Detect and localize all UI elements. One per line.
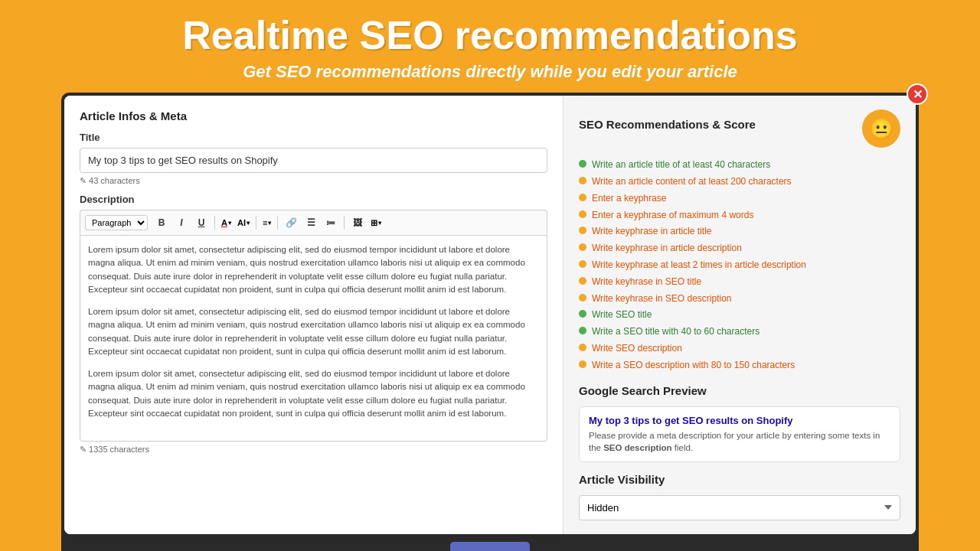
toolbar-sep-1 <box>214 216 215 230</box>
image-button[interactable]: 🖼 <box>348 214 367 232</box>
rec-text: Write an article title of at least 40 ch… <box>592 158 770 171</box>
table-dropdown[interactable]: ⊞ ▾ <box>368 217 384 230</box>
rec-dot <box>579 327 586 334</box>
seo-header: SEO Recommendations & Score 😐 <box>579 109 900 148</box>
rec-item: Write SEO title <box>579 308 900 321</box>
seo-title: SEO Recommendations & Score <box>579 118 756 131</box>
rec-item: Write keyphrase in article title <box>579 225 900 238</box>
editor-content[interactable]: Lorem ipsum dolor sit amet, consectetur … <box>80 235 547 442</box>
save-row: Save <box>64 542 916 551</box>
list-ol-button[interactable]: ≔ <box>322 214 340 232</box>
list-ul-button[interactable]: ☰ <box>302 214 320 232</box>
toolbar-sep-3 <box>277 216 278 230</box>
rec-text: Write keyphrase in article title <box>592 225 712 238</box>
description-label: Description <box>80 194 547 205</box>
title-label: Title <box>80 132 547 143</box>
close-button[interactable]: ✕ <box>906 83 928 105</box>
content-p1: Lorem ipsum dolor sit amet, consectetur … <box>88 243 539 296</box>
rec-text: Write keyphrase in article description <box>592 242 742 255</box>
preview-desc: Please provide a meta description for yo… <box>589 429 890 454</box>
toolbar-sep-4 <box>344 216 345 230</box>
rec-item: Write a SEO description with 80 to 150 c… <box>579 359 900 372</box>
article-infos-title: Article Infos & Meta <box>80 109 547 122</box>
paragraph-select[interactable]: Paragraph Heading 1 Heading 2 <box>85 215 148 230</box>
rec-item: Write a SEO title with 40 to 60 characte… <box>579 325 900 338</box>
main-title: Realtime SEO recommendations <box>31 14 949 57</box>
header: Realtime SEO recommendations Get SEO rec… <box>0 0 980 93</box>
content-p3: Lorem ipsum dolor sit amet, consectetur … <box>88 367 539 420</box>
rec-text: Write SEO description <box>592 342 682 355</box>
rec-item: Write an article content of at least 200… <box>579 175 900 188</box>
rec-dot <box>579 277 586 285</box>
align-dropdown[interactable]: ≡ ▾ <box>260 217 273 229</box>
rec-item: Enter a keyphrase <box>579 192 900 205</box>
visibility-section: Article Visibility Hidden Visible <box>579 473 900 520</box>
rec-dot <box>579 160 586 168</box>
main-subtitle: Get SEO recommendations directly while y… <box>31 62 949 82</box>
modal-wrapper: ✕ Article Infos & Meta Title 43 characte… <box>61 93 919 551</box>
rec-text: Enter a keyphrase of maximum 4 words <box>592 209 753 222</box>
rec-text: Write keyphrase at least 2 times in arti… <box>592 259 806 272</box>
text-color-dropdown[interactable]: A ▾ <box>219 217 234 229</box>
preview-link[interactable]: My top 3 tips to get SEO results on Shop… <box>589 415 890 426</box>
preview-desc-bold: SEO description <box>603 443 671 452</box>
rec-item: Enter a keyphrase of maximum 4 words <box>579 209 900 222</box>
right-panel: SEO Recommendations & Score 😐 Write an a… <box>564 96 916 534</box>
rec-dot <box>579 260 586 268</box>
toolbar-sep-2 <box>256 216 256 230</box>
rec-item: Write keyphrase in article description <box>579 242 900 255</box>
rec-item: Write SEO description <box>579 342 900 355</box>
visibility-title: Article Visibility <box>579 473 900 486</box>
rec-dot <box>579 243 586 251</box>
rec-dot <box>579 210 586 218</box>
rec-text: Write keyhrase in SEO title <box>592 276 701 289</box>
rec-dot <box>579 194 586 201</box>
rec-item: Write keyphrase at least 2 times in arti… <box>579 259 900 272</box>
preview-desc-after: field. <box>672 443 694 452</box>
rec-text: Write an article content of at least 200… <box>592 175 792 188</box>
seo-face-emoji: 😐 <box>862 109 900 148</box>
rec-item: Write an article title of at least 40 ch… <box>579 158 900 171</box>
rec-dot <box>579 294 586 302</box>
title-char-count: 43 characters <box>80 176 547 186</box>
title-input[interactable] <box>80 148 547 173</box>
rec-dot <box>579 177 586 184</box>
rec-text: Write a SEO description with 80 to 150 c… <box>592 359 795 372</box>
content-p2: Lorem ipsum dolor sit amet, consectetur … <box>88 305 539 358</box>
rec-text: Write a SEO title with 40 to 60 characte… <box>592 325 760 338</box>
google-preview-section: Google Search Preview My top 3 tips to g… <box>579 384 900 462</box>
google-preview-title: Google Search Preview <box>579 384 900 397</box>
left-panel: Article Infos & Meta Title 43 characters… <box>64 96 564 534</box>
rec-item: Write keyhrase in SEO title <box>579 276 900 289</box>
editor-toolbar: Paragraph Heading 1 Heading 2 B I U A ▾ … <box>80 210 547 235</box>
rec-dot <box>579 227 586 234</box>
link-button[interactable]: 🔗 <box>282 214 300 232</box>
underline-button[interactable]: U <box>192 214 211 232</box>
visibility-select[interactable]: Hidden Visible <box>579 495 900 520</box>
rec-text: Enter a keyphrase <box>592 192 666 205</box>
ai-dropdown[interactable]: AI ▾ <box>235 217 252 229</box>
rec-text: Write SEO title <box>592 308 652 321</box>
save-button[interactable]: Save <box>450 542 531 551</box>
rec-dot <box>579 310 586 318</box>
preview-box: My top 3 tips to get SEO results on Shop… <box>579 406 900 462</box>
bold-button[interactable]: B <box>152 214 171 232</box>
rec-dot <box>579 344 586 351</box>
modal-inner: Article Infos & Meta Title 43 characters… <box>64 96 916 534</box>
italic-button[interactable]: I <box>172 214 191 232</box>
recommendations-list: Write an article title of at least 40 ch… <box>579 158 900 371</box>
rec-item: Write keyhrase in SEO description <box>579 292 900 305</box>
desc-char-count: 1335 characters <box>80 445 547 455</box>
rec-text: Write keyhrase in SEO description <box>592 292 732 305</box>
modal-container: ✕ Article Infos & Meta Title 43 characte… <box>31 93 949 551</box>
rec-dot <box>579 360 586 368</box>
